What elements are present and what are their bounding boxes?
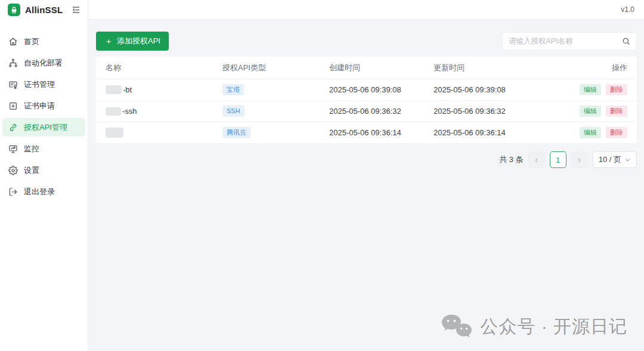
sidebar-item-label: 证书管理 — [24, 79, 55, 90]
created-time: 2025-05-06 09:36:32 — [329, 107, 434, 116]
created-time: 2025-05-06 09:36:14 — [329, 128, 434, 137]
updated-time: 2025-05-06 09:39:08 — [434, 85, 580, 94]
redacted-name — [106, 85, 122, 94]
api-type-badge: SSH — [222, 105, 244, 117]
edit-button[interactable]: 编辑 — [580, 127, 601, 138]
sidebar-item-settings[interactable]: 设置 — [2, 161, 85, 179]
api-type-badge: 腾讯云 — [222, 127, 250, 138]
link-icon — [8, 123, 18, 132]
search-icon[interactable] — [622, 37, 630, 45]
redacted-name — [106, 128, 123, 138]
page-size-value: 10 / 页 — [599, 154, 621, 165]
column-header: 更新时间 — [434, 63, 612, 73]
sidebar-item-cert-apply[interactable]: 证书申请 — [2, 97, 85, 115]
column-header: 操作 — [612, 63, 627, 73]
add-api-button-label: 添加授权API — [117, 36, 160, 46]
table-row: -sshSSH2025-05-06 09:36:322025-05-06 09:… — [96, 100, 637, 122]
watermark: 公众号 · 开源日记 — [441, 314, 627, 339]
search-box — [502, 32, 637, 50]
api-name-suffix: -bt — [123, 85, 132, 94]
sidebar-item-label: 授权API管理 — [24, 122, 67, 133]
page-size-select[interactable]: 10 / 页 — [593, 151, 637, 168]
certificate-icon — [8, 80, 18, 89]
version-label: v1.0 — [621, 5, 634, 14]
table-row: -bt宝塔2025-05-06 09:39:082025-05-06 09:39… — [96, 79, 637, 100]
sidebar-item-cert-manage[interactable]: 证书管理 — [2, 75, 85, 94]
row-actions: 编辑删除 — [580, 105, 627, 117]
api-type-badge: 宝塔 — [222, 84, 244, 95]
delete-button[interactable]: 删除 — [606, 105, 627, 117]
app-window: AllinSSL 首页自动化部署证书管理证书申请授权API管理监控设置退出登录 … — [0, 0, 644, 351]
sidebar-item-label: 首页 — [24, 36, 39, 47]
add-api-button[interactable]: ＋ 添加授权API — [96, 32, 169, 51]
content: ＋ 添加授权API 名称授权API类型创建时间更新时间操作 -bt宝塔2025-… — [88, 20, 644, 351]
column-header: 授权API类型 — [222, 63, 329, 73]
deploy-icon — [8, 58, 18, 68]
plus-icon: ＋ — [104, 37, 113, 45]
table-row: 腾讯云2025-05-06 09:36:142025-05-06 09:36:1… — [96, 122, 637, 143]
add-square-icon — [8, 101, 18, 111]
home-icon — [8, 37, 18, 46]
table-header-row: 名称授权API类型创建时间更新时间操作 — [96, 57, 637, 79]
row-actions: 编辑删除 — [580, 84, 627, 95]
app-logo — [8, 4, 20, 16]
sidebar-menu: 首页自动化部署证书管理证书申请授权API管理监控设置退出登录 — [0, 27, 88, 206]
edit-button[interactable]: 编辑 — [580, 84, 601, 95]
updated-time: 2025-05-06 09:36:32 — [434, 107, 580, 116]
toolbar: ＋ 添加授权API — [96, 32, 637, 51]
delete-button[interactable]: 删除 — [606, 127, 627, 138]
row-actions: 编辑删除 — [580, 127, 627, 138]
edit-button[interactable]: 编辑 — [580, 105, 601, 117]
sidebar-item-api-manage[interactable]: 授权API管理 — [2, 118, 85, 136]
search-input[interactable] — [509, 37, 618, 45]
logout-icon — [8, 187, 18, 197]
wechat-icon — [441, 314, 472, 339]
pagination-page-1[interactable]: 1 — [550, 151, 566, 168]
chevron-left-icon: ‹ — [535, 155, 538, 164]
pagination: 共 3 条 ‹ 1 › 10 / 页 — [96, 151, 637, 168]
main-area: v1.0 ＋ 添加授权API 名称授权API类型创建时间更新时间操作 -bt宝塔… — [88, 0, 644, 351]
table-body: -bt宝塔2025-05-06 09:39:082025-05-06 09:39… — [96, 79, 637, 143]
app-title: AllinSSL — [25, 5, 63, 15]
sidebar-item-label: 证书申请 — [24, 101, 55, 111]
menu-fold-icon[interactable] — [72, 5, 80, 14]
sidebar-item-label: 退出登录 — [24, 187, 55, 197]
sidebar-item-logout[interactable]: 退出登录 — [2, 182, 85, 201]
api-name-cell: -bt — [106, 85, 222, 94]
monitor-icon — [8, 144, 18, 154]
pagination-total: 共 3 条 — [499, 154, 523, 165]
sidebar-item-label: 自动化部署 — [24, 58, 63, 69]
topbar: v1.0 — [88, 0, 644, 20]
updated-time: 2025-05-06 09:36:14 — [434, 128, 580, 137]
api-table: 名称授权API类型创建时间更新时间操作 -bt宝塔2025-05-06 09:3… — [96, 57, 637, 143]
lock-icon — [10, 6, 18, 14]
sidebar-item-label: 监控 — [24, 144, 39, 154]
watermark-text: 公众号 · 开源日记 — [480, 315, 627, 339]
column-header: 名称 — [106, 63, 222, 73]
created-time: 2025-05-06 09:39:08 — [329, 85, 434, 94]
pagination-next-button[interactable]: › — [571, 151, 588, 168]
sidebar-item-label: 设置 — [24, 165, 39, 176]
sidebar-item-auto-deploy[interactable]: 自动化部署 — [2, 54, 85, 72]
gear-icon — [8, 166, 18, 175]
api-name-suffix: -ssh — [122, 107, 137, 116]
chevron-right-icon: › — [578, 155, 581, 164]
sidebar-item-home[interactable]: 首页 — [2, 32, 85, 51]
chevron-down-icon — [624, 157, 631, 163]
delete-button[interactable]: 删除 — [606, 84, 627, 95]
api-name-cell — [106, 128, 222, 138]
redacted-name — [106, 107, 121, 116]
sidebar: AllinSSL 首页自动化部署证书管理证书申请授权API管理监控设置退出登录 — [0, 0, 88, 351]
sidebar-item-monitor[interactable]: 监控 — [2, 139, 85, 158]
pagination-prev-button[interactable]: ‹ — [528, 151, 545, 168]
api-name-cell: -ssh — [106, 107, 222, 116]
sidebar-header: AllinSSL — [0, 0, 88, 20]
column-header: 创建时间 — [329, 63, 434, 73]
